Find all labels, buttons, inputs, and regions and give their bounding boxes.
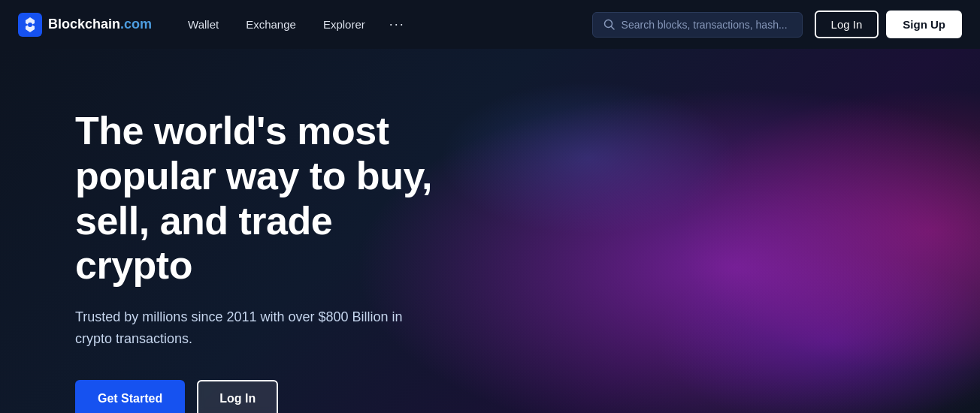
hero-title: The world's most popular way to buy, sel… <box>75 109 451 288</box>
logo-brand-suffix: .com <box>120 17 152 32</box>
navbar-signup-button[interactable]: Sign Up <box>886 11 962 38</box>
nav-item-explorer[interactable]: Explorer <box>311 12 377 37</box>
svg-point-1 <box>28 23 32 27</box>
logo-link[interactable]: Blockchain .com <box>18 13 152 37</box>
search-area <box>592 12 803 38</box>
hero-subtitle: Trusted by millions since 2011 with over… <box>75 306 436 350</box>
nav-item-wallet[interactable]: Wallet <box>176 12 231 37</box>
navbar-login-button[interactable]: Log In <box>815 11 879 38</box>
hero-section: The world's most popular way to buy, sel… <box>0 49 980 413</box>
nav-links: Wallet Exchange Explorer ··· <box>176 11 592 38</box>
navbar: Blockchain .com Wallet Exchange Explorer… <box>0 0 980 49</box>
svg-line-3 <box>611 26 614 29</box>
search-icon <box>603 19 616 31</box>
hero-content: The world's most popular way to buy, sel… <box>0 49 526 413</box>
hero-buttons: Get Started Log In <box>75 380 451 413</box>
blockchain-logo-icon <box>18 13 42 37</box>
logo-brand-name: Blockchain <box>48 17 120 32</box>
search-input[interactable] <box>622 19 791 31</box>
hero-login-button[interactable]: Log In <box>197 380 278 413</box>
nav-item-exchange[interactable]: Exchange <box>234 12 308 37</box>
get-started-button[interactable]: Get Started <box>75 380 185 413</box>
nav-more-button[interactable]: ··· <box>380 11 414 38</box>
